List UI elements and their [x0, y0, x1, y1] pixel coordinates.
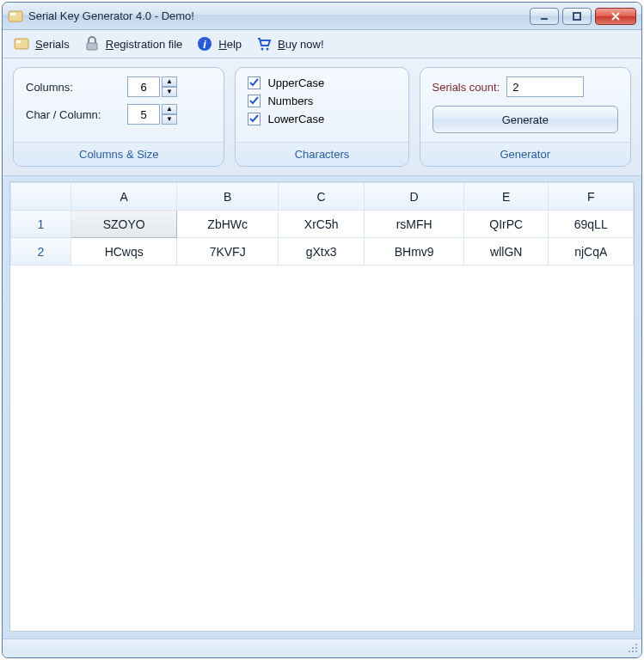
window-controls [530, 8, 636, 25]
titlebar: Serial Key Generator 4.0 - Demo! [3, 3, 641, 30]
window-title: Serial Key Generator 4.0 - Demo! [28, 9, 530, 22]
spin-up-button[interactable]: ▲ [162, 76, 177, 87]
char-spinner: ▲ ▼ [127, 104, 177, 125]
svg-point-10 [267, 48, 269, 51]
lowercase-checkbox[interactable] [248, 113, 261, 125]
column-header[interactable]: C [278, 183, 364, 211]
columns-input[interactable] [127, 76, 160, 97]
spin-down-button[interactable]: ▼ [162, 87, 177, 97]
svg-rect-0 [9, 11, 22, 21]
svg-text:i: i [204, 38, 207, 51]
column-header[interactable]: E [464, 183, 549, 211]
row-number[interactable]: 1 [11, 211, 71, 238]
statusbar [3, 639, 641, 657]
grid-cell[interactable]: QIrPC [464, 211, 549, 238]
grid-cell[interactable]: wllGN [464, 238, 549, 266]
grid-cell[interactable]: 7KVFJ [177, 238, 279, 266]
columns-label: Columns: [26, 81, 120, 94]
spin-up-button[interactable]: ▲ [162, 104, 177, 114]
checkbox-label: LowerCase [267, 113, 324, 125]
lock-icon [83, 35, 101, 52]
grid-cell[interactable]: BHmv9 [365, 238, 464, 266]
svg-point-12 [632, 647, 634, 649]
column-header[interactable]: B [177, 183, 279, 211]
menu-label: Help [218, 38, 242, 51]
app-window: Serial Key Generator 4.0 - Demo! Serials… [2, 2, 642, 658]
grid-cell[interactable]: rsMFH [365, 211, 464, 238]
table-row: 1SZOYOZbHWcXrC5hrsMFHQIrPC69qLL [11, 211, 634, 238]
columns-panel: Columns: ▲ ▼ Char / Column: ▲ [13, 67, 224, 167]
resize-grip-icon[interactable] [626, 641, 638, 656]
menu-help[interactable]: i Help [196, 35, 242, 52]
cart-icon [255, 35, 273, 52]
svg-point-14 [629, 651, 630, 652]
grid-cell[interactable]: SZOYO [71, 211, 177, 238]
numbers-checkbox[interactable] [248, 95, 261, 107]
grid-cell[interactable]: XrC5h [278, 211, 364, 238]
serials-count-input[interactable] [506, 76, 584, 97]
menu-registration[interactable]: Registration file [83, 35, 183, 52]
options-row: Columns: ▲ ▼ Char / Column: ▲ [3, 58, 641, 176]
checkbox-label: UpperCase [267, 76, 324, 89]
svg-point-15 [632, 651, 634, 652]
uppercase-checkbox[interactable] [248, 76, 261, 89]
app-icon [8, 9, 23, 24]
checkbox-label: Numbers [267, 95, 313, 107]
svg-rect-3 [573, 13, 580, 20]
serials-icon [13, 35, 30, 52]
characters-panel: UpperCase Numbers LowerCase Characters [235, 67, 408, 167]
grid-cell[interactable]: 69qLL [549, 211, 634, 238]
svg-point-9 [261, 48, 264, 51]
serials-count-label: Serials count: [432, 81, 500, 94]
minimize-button[interactable] [530, 8, 559, 25]
spin-down-button[interactable]: ▼ [162, 114, 177, 125]
panel-footer: Generator [420, 142, 630, 166]
char-label: Char / Column: [26, 108, 120, 121]
close-button[interactable] [595, 8, 636, 25]
column-header[interactable]: F [549, 183, 634, 211]
menu-buy[interactable]: Buy now! [255, 35, 323, 52]
column-header[interactable]: A [71, 183, 177, 211]
generate-button[interactable]: Generate [432, 106, 618, 133]
svg-point-13 [635, 647, 637, 649]
menubar: Serials Registration file i Help Buy now… [3, 30, 641, 58]
svg-rect-1 [10, 13, 15, 15]
panel-footer: Characters [236, 142, 408, 166]
svg-rect-4 [15, 39, 28, 49]
char-input[interactable] [127, 104, 160, 125]
grid-table[interactable]: ABCDEF1SZOYOZbHWcXrC5hrsMFHQIrPC69qLL2HC… [10, 182, 634, 266]
grid-cell[interactable]: gXtx3 [278, 238, 364, 266]
menu-label: Registration file [106, 38, 183, 51]
row-number[interactable]: 2 [11, 238, 71, 266]
svg-rect-6 [87, 43, 97, 50]
table-row: 2HCwqs7KVFJgXtx3BHmv9wllGNnjCqA [11, 238, 634, 266]
svg-rect-5 [16, 40, 21, 43]
menu-label: Serials [35, 38, 70, 51]
info-icon: i [196, 35, 213, 52]
results-grid: ABCDEF1SZOYOZbHWcXrC5hrsMFHQIrPC69qLL2HC… [9, 181, 635, 632]
grid-cell[interactable]: HCwqs [71, 238, 177, 266]
svg-point-16 [635, 651, 637, 652]
menu-label: Buy now! [278, 38, 323, 51]
column-header[interactable]: D [365, 183, 464, 211]
maximize-button[interactable] [562, 8, 592, 25]
generator-panel: Serials count: Generate Generator [420, 67, 631, 167]
columns-spinner: ▲ ▼ [127, 76, 177, 97]
panel-footer: Columns & Size [14, 142, 224, 166]
svg-rect-2 [541, 18, 548, 20]
menu-serials[interactable]: Serials [13, 35, 70, 52]
grid-cell[interactable]: ZbHWc [177, 211, 279, 238]
grid-cell[interactable]: njCqA [549, 238, 634, 266]
grid-corner [11, 183, 71, 211]
svg-point-11 [635, 644, 637, 645]
